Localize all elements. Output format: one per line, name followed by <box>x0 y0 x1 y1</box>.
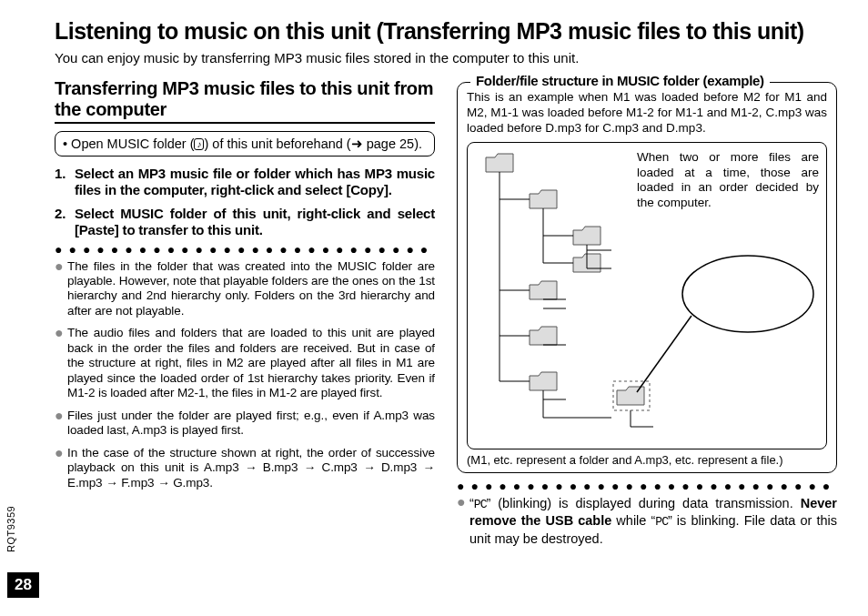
tree-diagram-box: When two or more files are loaded at a t… <box>467 142 827 449</box>
usb-warning-note: ● “PC” (blinking) is displayed during da… <box>457 495 837 547</box>
bullet-icon: ● <box>457 495 469 547</box>
step-2: 2. Select MUSIC folder of this unit, rig… <box>55 206 435 238</box>
note-item: ●The audio files and folders that are lo… <box>55 326 435 400</box>
bullet-icon: ● <box>55 409 67 439</box>
svg-point-1 <box>682 256 813 332</box>
step-number: 2. <box>55 206 75 238</box>
notes-list: ●The files in the folder that was create… <box>55 259 435 491</box>
panel-legend: Folder/file structure in MUSIC folder (e… <box>470 73 770 88</box>
step-text: Select MUSIC folder of this unit, right-… <box>75 206 435 238</box>
step-number: 1. <box>55 166 75 198</box>
bullet-icon: ● <box>55 446 67 490</box>
left-column: Transferring MP3 music files to this uni… <box>55 78 435 547</box>
page-intro: You can enjoy music by transferring MP3 … <box>55 50 850 66</box>
page-title: Listening to music on this unit (Transfe… <box>55 18 850 45</box>
right-column: Folder/file structure in MUSIC folder (e… <box>457 78 837 547</box>
pc-display-glyph: PC <box>655 515 668 529</box>
bullet-icon: ● <box>55 326 67 400</box>
diagram-caption: (M1, etc. represent a folder and A.mp3, … <box>467 453 827 467</box>
page-number: 28 <box>7 572 39 598</box>
usb-warning-text: “PC” (blinking) is displayed during data… <box>469 495 837 547</box>
note-item: ●The files in the folder that was create… <box>55 259 435 319</box>
note-text: The files in the folder that was created… <box>67 259 435 319</box>
bullet-icon: ● <box>55 259 67 319</box>
step-1: 1. Select an MP3 music file or folder wh… <box>55 166 435 198</box>
folder-structure-panel: Folder/file structure in MUSIC folder (e… <box>457 82 837 473</box>
example-intro: This is an example when M1 was loaded be… <box>467 90 827 136</box>
note-text: The audio files and folders that are loa… <box>67 326 435 400</box>
open-folder-pre: • Open MUSIC folder ( <box>63 136 194 151</box>
music-note-icon: ♪ <box>194 138 204 150</box>
dotted-separator: ●●●●●●●●●●●●●●●●●●●●●●●●●●●●●● <box>55 246 435 253</box>
t: ” (blinking) is displayed during data tr… <box>486 496 800 510</box>
open-folder-post: ) of this unit beforehand (➜ page 25). <box>204 136 422 151</box>
dotted-separator: ●●●●●●●●●●●●●●●●●●●●●●●●●●●●●● <box>457 482 837 490</box>
doc-id-label: RQT9359 <box>5 506 16 552</box>
section-heading: Transferring MP3 music files to this uni… <box>55 78 435 124</box>
step-text: Select an MP3 music file or folder which… <box>75 166 435 198</box>
open-folder-note: • Open MUSIC folder (♪) of this unit bef… <box>55 131 435 157</box>
note-text: Files just under the folder are played f… <box>67 409 435 439</box>
note-item: ●In the case of the structure shown at r… <box>55 446 435 490</box>
folder-tree-diagram <box>475 148 821 441</box>
steps-list: 1. Select an MP3 music file or folder wh… <box>55 166 435 238</box>
t: while “ <box>611 513 655 528</box>
note-text: In the case of the structure shown at ri… <box>67 446 435 490</box>
pc-display-glyph: PC <box>474 498 487 511</box>
note-item: ●Files just under the folder are played … <box>55 409 435 439</box>
